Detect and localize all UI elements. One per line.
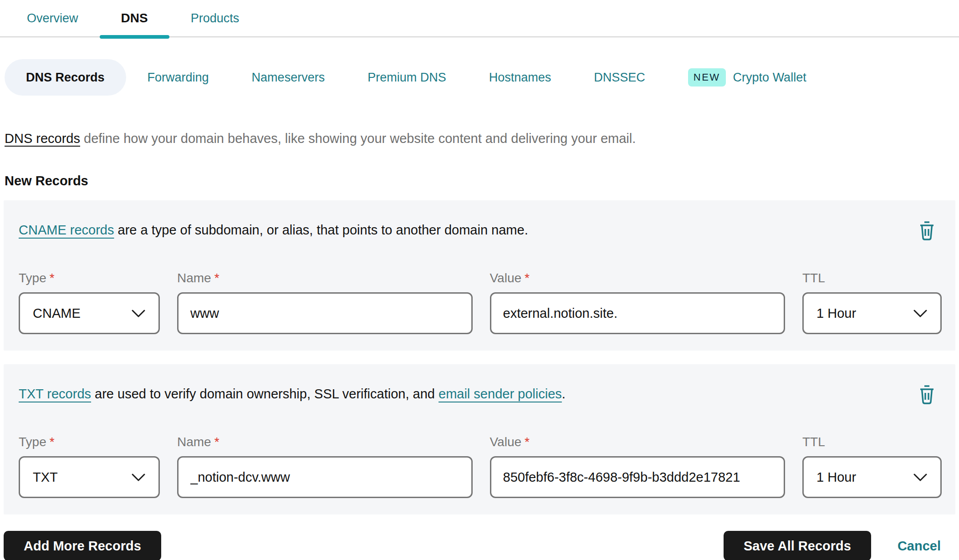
type-select-value: CNAME	[33, 306, 81, 321]
field-type: Type* TXT	[19, 435, 160, 498]
name-input[interactable]	[177, 456, 473, 498]
type-label: Type*	[19, 271, 160, 285]
required-asterisk: *	[214, 271, 219, 285]
footer-actions: Add More Records Save All Records Cancel	[4, 531, 954, 560]
field-name: Name*	[177, 435, 473, 498]
ttl-select[interactable]: 1 Hour	[802, 456, 942, 498]
chevron-down-icon	[913, 309, 928, 318]
name-label-text: Name	[177, 435, 211, 449]
cname-card-description: CNAME records are a type of subdomain, o…	[19, 221, 542, 239]
ttl-select-value: 1 Hour	[816, 470, 856, 485]
top-tab-bar: Overview DNS Products	[0, 0, 959, 37]
cname-records-link[interactable]: CNAME records	[19, 223, 114, 237]
page-description-text: define how your domain behaves, like sho…	[80, 131, 636, 146]
ttl-label: TTL	[802, 435, 942, 449]
value-input[interactable]	[490, 456, 786, 498]
section-title: New Records	[5, 173, 954, 188]
type-select[interactable]: TXT	[19, 456, 160, 498]
field-value: Value*	[490, 435, 786, 498]
ttl-label: TTL	[802, 271, 942, 285]
tab-overview[interactable]: Overview	[5, 0, 100, 37]
value-label-text: Value	[490, 435, 522, 449]
name-label: Name*	[177, 435, 473, 449]
cancel-link[interactable]: Cancel	[898, 539, 941, 554]
txt-card-description: TXT records are used to verify domain ow…	[19, 385, 579, 403]
field-type: Type* CNAME	[19, 271, 160, 334]
type-label: Type*	[19, 435, 160, 449]
add-more-records-button[interactable]: Add More Records	[4, 531, 161, 560]
subtab-nameservers[interactable]: Nameservers	[230, 59, 347, 96]
name-label-text: Name	[177, 271, 211, 285]
ttl-label-text: TTL	[802, 435, 825, 449]
tab-dns[interactable]: DNS	[100, 0, 169, 37]
subtab-dns-records[interactable]: DNS Records	[5, 59, 126, 96]
required-asterisk: *	[50, 435, 55, 449]
type-label-text: Type	[19, 435, 46, 449]
type-select[interactable]: CNAME	[19, 292, 160, 334]
record-fields: Type* TXT Name* Value* TTL 1 Hour	[19, 435, 942, 498]
footer-right-actions: Save All Records Cancel	[724, 531, 954, 560]
save-all-records-button[interactable]: Save All Records	[724, 531, 871, 560]
value-label-text: Value	[490, 271, 522, 285]
dns-section-tabs: DNS Records Forwarding Nameservers Premi…	[5, 59, 959, 96]
field-ttl: TTL 1 Hour	[802, 435, 942, 498]
card-head: CNAME records are a type of subdomain, o…	[19, 221, 942, 243]
value-label: Value*	[490, 435, 786, 449]
record-card-cname: CNAME records are a type of subdomain, o…	[4, 200, 955, 351]
value-input[interactable]	[490, 292, 786, 334]
field-name: Name*	[177, 271, 473, 334]
subtab-crypto-wallet[interactable]: NEW Crypto Wallet	[667, 59, 828, 96]
name-input[interactable]	[177, 292, 473, 334]
field-ttl: TTL 1 Hour	[802, 271, 942, 334]
type-label-text: Type	[19, 271, 46, 285]
trash-icon	[918, 220, 935, 242]
record-card-txt: TXT records are used to verify domain ow…	[4, 364, 955, 514]
trash-icon	[918, 384, 935, 406]
subtab-forwarding[interactable]: Forwarding	[126, 59, 230, 96]
subtab-hostnames[interactable]: Hostnames	[468, 59, 573, 96]
dns-records-link[interactable]: DNS records	[5, 131, 80, 146]
txt-description-suffix: .	[562, 387, 566, 401]
page-description: DNS records define how your domain behav…	[5, 131, 954, 146]
required-asterisk: *	[525, 435, 530, 449]
chevron-down-icon	[913, 473, 928, 482]
name-label: Name*	[177, 271, 473, 285]
chevron-down-icon	[131, 473, 146, 482]
txt-records-link[interactable]: TXT records	[19, 387, 91, 401]
card-head: TXT records are used to verify domain ow…	[19, 385, 942, 407]
delete-cname-record-button[interactable]	[918, 219, 936, 243]
cname-description-text: are a type of subdomain, or alias, that …	[114, 223, 528, 237]
new-badge: NEW	[688, 68, 726, 87]
txt-description-text: are used to verify domain ownership, SSL…	[91, 387, 439, 401]
value-label: Value*	[490, 271, 786, 285]
subtab-premium-dns[interactable]: Premium DNS	[346, 59, 468, 96]
subtab-dnssec[interactable]: DNSSEC	[572, 59, 667, 96]
tab-products[interactable]: Products	[169, 0, 261, 37]
required-asterisk: *	[214, 435, 219, 449]
ttl-select-value: 1 Hour	[816, 306, 856, 321]
required-asterisk: *	[50, 271, 55, 285]
field-value: Value*	[490, 271, 786, 334]
email-sender-policies-link[interactable]: email sender policies	[439, 387, 562, 401]
chevron-down-icon	[131, 309, 146, 318]
ttl-select[interactable]: 1 Hour	[802, 292, 942, 334]
ttl-label-text: TTL	[802, 271, 825, 285]
required-asterisk: *	[525, 271, 530, 285]
subtab-crypto-wallet-label: Crypto Wallet	[733, 71, 806, 85]
record-fields: Type* CNAME Name* Value* TTL 1 Hour	[19, 271, 942, 334]
delete-txt-record-button[interactable]	[918, 383, 936, 407]
type-select-value: TXT	[33, 470, 58, 485]
